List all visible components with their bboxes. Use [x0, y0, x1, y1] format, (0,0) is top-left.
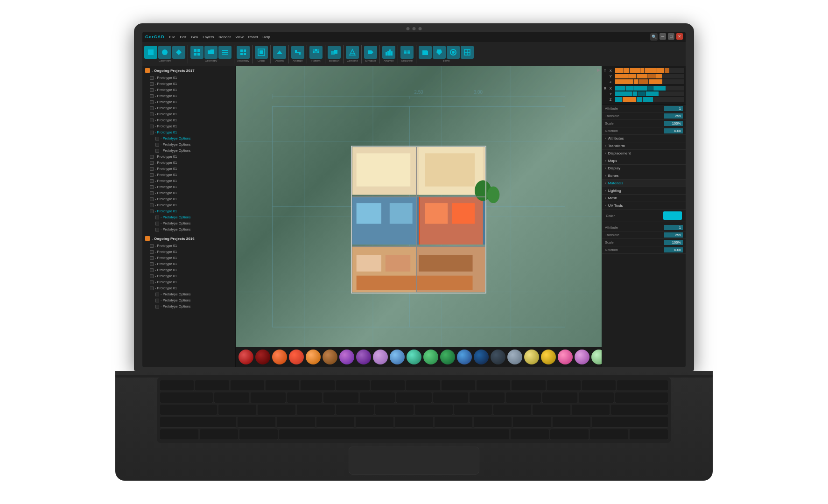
key[interactable]	[336, 380, 370, 391]
menu-help[interactable]: Help	[262, 35, 270, 39]
list-item[interactable]: - Prototype 01	[142, 267, 235, 273]
key[interactable]	[572, 405, 610, 415]
key[interactable]	[542, 392, 577, 403]
tool-group-icon[interactable]	[255, 46, 268, 59]
key[interactable]	[371, 380, 405, 391]
list-item[interactable]: - Prototype 01	[142, 255, 235, 261]
key[interactable]	[297, 405, 335, 415]
material-ball[interactable]	[373, 350, 388, 364]
item-checkbox[interactable]	[150, 76, 154, 80]
item-checkbox[interactable]	[155, 216, 159, 219]
menu-render[interactable]: Render	[218, 35, 231, 39]
list-item[interactable]: - Prototype 01	[142, 105, 235, 111]
key[interactable]	[477, 380, 510, 391]
props-value-rotation-bottom[interactable]: 0.00	[664, 247, 683, 252]
tool-bevel3[interactable]	[447, 46, 460, 59]
list-item[interactable]: - Prototype Options	[142, 141, 235, 147]
material-ball[interactable]	[558, 350, 573, 364]
item-checkbox[interactable]	[150, 179, 154, 183]
key[interactable]	[316, 417, 354, 427]
list-item[interactable]: - Prototype 01	[142, 111, 235, 117]
key[interactable]	[239, 429, 278, 440]
menu-panel[interactable]: Panel	[248, 35, 258, 39]
material-ball[interactable]	[323, 350, 337, 364]
tool-boolean[interactable]	[328, 46, 341, 59]
item-checkbox[interactable]	[150, 191, 154, 195]
list-item[interactable]: - Prototype 01	[142, 196, 235, 202]
key[interactable]	[214, 392, 249, 403]
material-ball[interactable]	[541, 350, 556, 364]
list-item[interactable]: - Prototype 01	[142, 99, 235, 105]
tool-arrange[interactable]	[291, 46, 304, 59]
list-item[interactable]: - Prototype Options	[142, 220, 235, 226]
tool-separate[interactable]	[400, 46, 414, 59]
item-checkbox[interactable]	[150, 185, 154, 189]
tool-simulate[interactable]	[364, 46, 377, 59]
material-ball[interactable]	[507, 350, 522, 364]
list-item-highlight[interactable]: - Prototype 01	[142, 129, 235, 135]
key[interactable]	[160, 392, 213, 403]
item-checkbox[interactable]	[150, 274, 154, 278]
item-checkbox[interactable]	[150, 244, 154, 248]
tool-bevel1[interactable]	[419, 46, 432, 59]
item-checkbox[interactable]	[150, 256, 154, 260]
material-ball[interactable]	[239, 350, 253, 364]
list-item[interactable]: - Prototype 01	[142, 178, 235, 184]
list-item[interactable]: - Prototype Options	[142, 226, 235, 232]
section-attributes[interactable]: › Attributes	[602, 135, 686, 142]
section-transform[interactable]: › Transform	[602, 142, 686, 150]
item-checkbox[interactable]	[150, 262, 154, 266]
list-item[interactable]: - Prototype 01	[142, 261, 235, 267]
item-checkbox[interactable]	[155, 293, 159, 296]
props-value-rotation[interactable]: 0.00	[664, 128, 683, 133]
key-enter[interactable]	[611, 405, 668, 415]
tool-pattern[interactable]	[309, 46, 323, 59]
key[interactable]	[547, 380, 581, 391]
list-item[interactable]: - Prototype 01	[142, 184, 235, 190]
item-checkbox[interactable]	[155, 228, 159, 231]
props-value-attribute[interactable]: 1	[664, 106, 683, 111]
menu-edit[interactable]: Edit	[180, 35, 186, 39]
list-item[interactable]: - Prototype 01	[142, 172, 235, 178]
key[interactable]	[160, 417, 236, 427]
section-bones[interactable]: › Bones	[602, 172, 686, 180]
tool-square[interactable]	[144, 46, 157, 59]
key[interactable]	[395, 417, 433, 427]
key[interactable]	[195, 380, 229, 391]
key[interactable]	[406, 380, 440, 391]
list-item[interactable]: - Prototype 01	[142, 75, 235, 81]
list-item[interactable]: - Prototype 01	[142, 243, 235, 249]
color-swatch[interactable]	[663, 211, 682, 220]
item-checkbox[interactable]	[150, 167, 154, 171]
item-checkbox[interactable]	[150, 197, 154, 201]
tool-lines[interactable]	[218, 46, 232, 59]
key[interactable]	[433, 392, 468, 403]
item-checkbox[interactable]	[150, 250, 154, 254]
material-ball[interactable]	[356, 350, 371, 364]
tool-combine[interactable]	[346, 46, 359, 59]
tool-bevel2[interactable]	[433, 46, 446, 59]
touchpad[interactable]	[349, 447, 479, 475]
material-ball[interactable]	[423, 350, 438, 364]
props-value-scale-bottom[interactable]: 100%	[664, 240, 683, 245]
list-item[interactable]: - Prototype 01	[142, 249, 235, 255]
item-checkbox[interactable]	[155, 137, 159, 140]
close-button[interactable]: ✕	[676, 33, 683, 40]
key[interactable]	[550, 429, 589, 440]
props-value-translate[interactable]: 299	[664, 113, 683, 119]
key[interactable]	[470, 392, 505, 403]
list-item[interactable]: - Prototype 01	[142, 285, 235, 291]
item-checkbox[interactable]	[150, 161, 154, 165]
tool-folder[interactable]	[204, 46, 218, 59]
key[interactable]	[287, 392, 322, 403]
item-checkbox[interactable]	[155, 299, 159, 302]
item-checkbox[interactable]	[150, 287, 154, 290]
item-checkbox[interactable]	[150, 280, 154, 284]
key[interactable]	[454, 405, 492, 415]
expand-arrow[interactable]: ▶	[597, 67, 601, 72]
key[interactable]	[590, 429, 628, 440]
key[interactable]	[301, 380, 334, 391]
key[interactable]	[513, 417, 551, 427]
item-checkbox[interactable]	[150, 125, 154, 128]
menu-file[interactable]: File	[169, 35, 175, 39]
